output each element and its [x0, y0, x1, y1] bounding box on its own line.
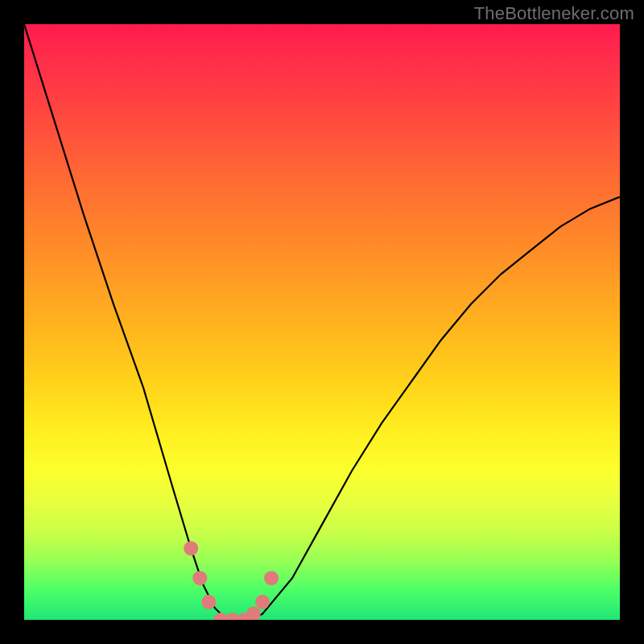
- marker-dot: [184, 541, 198, 555]
- flat-zone-dots: [184, 541, 279, 620]
- marker-dot: [255, 595, 270, 609]
- bottleneck-curve: [24, 24, 620, 620]
- curve-layer: [24, 24, 620, 620]
- attribution-label: TheBottleneker.com: [474, 3, 634, 24]
- plot-area: [24, 24, 620, 620]
- chart-frame: TheBottleneker.com: [0, 0, 644, 644]
- marker-dot: [192, 571, 207, 585]
- marker-dot: [264, 571, 279, 585]
- marker-dot: [246, 607, 261, 620]
- marker-dot: [201, 595, 216, 609]
